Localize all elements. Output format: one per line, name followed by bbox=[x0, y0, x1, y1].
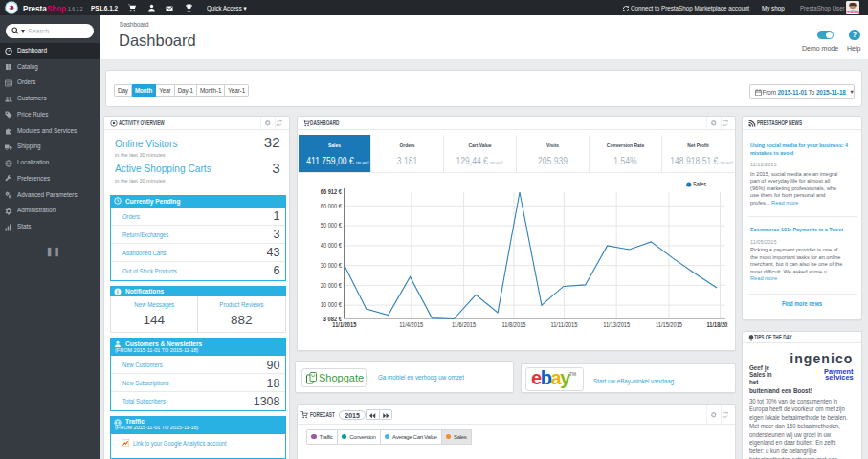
svg-text:40 000 €: 40 000 € bbox=[321, 242, 342, 249]
svg-text:20 000 €: 20 000 € bbox=[321, 282, 342, 289]
svg-text:11/1/2015: 11/1/2015 bbox=[332, 321, 356, 328]
svg-text:66 912 €: 66 912 € bbox=[321, 188, 342, 195]
svg-text:50 000 €: 50 000 € bbox=[321, 222, 342, 229]
svg-text:11/4/2015: 11/4/2015 bbox=[399, 321, 423, 328]
svg-text:Sales: Sales bbox=[693, 181, 706, 187]
svg-text:30 000 €: 30 000 € bbox=[321, 262, 342, 269]
svg-text:11/15/2015: 11/15/2015 bbox=[656, 321, 682, 328]
svg-text:11/13/2015: 11/13/2015 bbox=[603, 321, 630, 328]
svg-text:11/8/2015: 11/8/2015 bbox=[502, 321, 526, 328]
svg-text:60 000 €: 60 000 € bbox=[321, 203, 342, 209]
svg-text:11/11/2015: 11/11/2015 bbox=[550, 321, 577, 328]
svg-text:11/6/2015: 11/6/2015 bbox=[452, 321, 476, 328]
svg-text:11/18/2015: 11/18/2015 bbox=[707, 321, 729, 328]
svg-text:10 000 €: 10 000 € bbox=[321, 301, 342, 308]
svg-text:PrestaShop: PrestaShop bbox=[846, 11, 859, 14]
